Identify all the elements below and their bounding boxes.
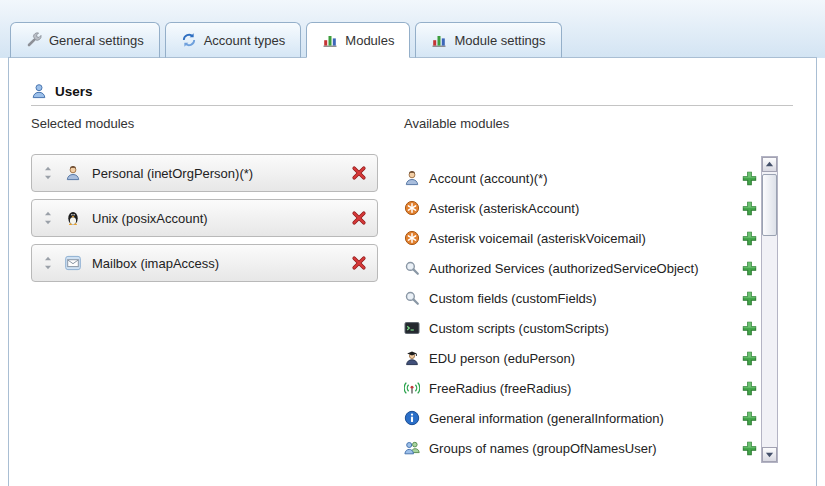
scrollbar-thumb[interactable] bbox=[762, 174, 777, 236]
groups-of-names-icon bbox=[404, 440, 420, 456]
selected-modules-list: Personal (inetOrgPerson)(*) Unix (posixA… bbox=[31, 154, 378, 289]
freeradius-icon bbox=[404, 380, 420, 396]
tab-bar: General settings Account types Modules M… bbox=[10, 0, 562, 58]
available-module-row: General information (generalInformation) bbox=[404, 403, 757, 433]
tab-general-settings[interactable]: General settings bbox=[10, 22, 160, 58]
tab-label: Modules bbox=[345, 33, 394, 48]
add-module-button[interactable] bbox=[742, 231, 757, 246]
module-label: General information (generalInformation) bbox=[429, 411, 664, 426]
module-label: Groups of names (groupOfNamesUser) bbox=[429, 441, 657, 456]
module-label: Unix (posixAccount) bbox=[92, 211, 208, 226]
add-module-button[interactable] bbox=[742, 411, 757, 426]
drag-handle-icon[interactable] bbox=[42, 166, 55, 180]
custom-fields-icon bbox=[404, 290, 420, 306]
general-information-icon bbox=[404, 410, 420, 426]
add-module-button[interactable] bbox=[742, 171, 757, 186]
mailbox-icon bbox=[65, 255, 81, 271]
module-label: Custom scripts (customScripts) bbox=[429, 321, 609, 336]
section-title: Users bbox=[55, 84, 93, 99]
tab-account-types[interactable]: Account types bbox=[165, 22, 302, 58]
edu-person-icon bbox=[404, 350, 420, 366]
available-module-row: Groups of names (groupOfNamesUser) bbox=[404, 433, 757, 463]
remove-module-button[interactable] bbox=[351, 165, 367, 181]
available-module-row: Custom scripts (customScripts) bbox=[404, 313, 757, 343]
available-module-row: Custom fields (customFields) bbox=[404, 283, 757, 313]
users-icon bbox=[31, 83, 47, 99]
module-label: Account (account)(*) bbox=[429, 171, 548, 186]
tab-label: Module settings bbox=[454, 33, 545, 48]
available-module-row: Account (account)(*) bbox=[404, 163, 757, 193]
unix-tux-icon bbox=[65, 210, 81, 226]
wrench-icon bbox=[26, 32, 42, 48]
module-label: Personal (inetOrgPerson)(*) bbox=[92, 166, 253, 181]
available-module-row: EDU person (eduPerson) bbox=[404, 343, 757, 373]
section-heading: Users bbox=[31, 83, 93, 99]
available-module-row: FreeRadius (freeRadius) bbox=[404, 373, 757, 403]
module-label: EDU person (eduPerson) bbox=[429, 351, 575, 366]
personal-icon bbox=[65, 165, 81, 181]
tab-label: General settings bbox=[49, 33, 144, 48]
add-module-button[interactable] bbox=[742, 321, 757, 336]
bar-chart-icon bbox=[322, 32, 338, 48]
available-module-row: Authorized Services (authorizedServiceOb… bbox=[404, 253, 757, 283]
tab-modules[interactable]: Modules bbox=[306, 22, 410, 58]
selected-modules-heading: Selected modules bbox=[31, 116, 134, 131]
selected-module-row: Mailbox (imapAccess) bbox=[31, 244, 378, 282]
sync-icon bbox=[181, 32, 197, 48]
selected-module-row: Personal (inetOrgPerson)(*) bbox=[31, 154, 378, 192]
remove-module-button[interactable] bbox=[351, 255, 367, 271]
available-module-row: Asterisk (asteriskAccount) bbox=[404, 193, 757, 223]
available-module-row: Asterisk voicemail (asteriskVoicemail) bbox=[404, 223, 757, 253]
divider bbox=[31, 105, 793, 106]
module-label: Custom fields (customFields) bbox=[429, 291, 597, 306]
available-modules-heading: Available modules bbox=[404, 116, 509, 131]
module-label: Asterisk voicemail (asteriskVoicemail) bbox=[429, 231, 646, 246]
tab-module-settings[interactable]: Module settings bbox=[415, 22, 561, 58]
module-label: FreeRadius (freeRadius) bbox=[429, 381, 571, 396]
asterisk-icon bbox=[404, 200, 420, 216]
tab-label: Account types bbox=[204, 33, 286, 48]
drag-handle-icon[interactable] bbox=[42, 211, 55, 225]
add-module-button[interactable] bbox=[742, 441, 757, 456]
selected-module-row: Unix (posixAccount) bbox=[31, 199, 378, 237]
top-background: General settings Account types Modules M… bbox=[0, 0, 825, 58]
drag-handle-icon[interactable] bbox=[42, 256, 55, 270]
add-module-button[interactable] bbox=[742, 201, 757, 216]
add-module-button[interactable] bbox=[742, 291, 757, 306]
module-label: Asterisk (asteriskAccount) bbox=[429, 201, 579, 216]
module-label: Mailbox (imapAccess) bbox=[92, 256, 219, 271]
bar-chart-icon bbox=[431, 32, 447, 48]
account-icon bbox=[404, 170, 420, 186]
scrollbar-up-button[interactable] bbox=[762, 157, 777, 172]
available-modules-list: Account (account)(*) Asterisk (asteriskA… bbox=[404, 163, 757, 463]
custom-scripts-icon bbox=[404, 320, 420, 336]
add-module-button[interactable] bbox=[742, 351, 757, 366]
asterisk-voicemail-icon bbox=[404, 230, 420, 246]
authorized-services-icon bbox=[404, 260, 420, 276]
add-module-button[interactable] bbox=[742, 261, 757, 276]
remove-module-button[interactable] bbox=[351, 210, 367, 226]
module-label: Authorized Services (authorizedServiceOb… bbox=[429, 261, 699, 276]
scrollbar-down-button[interactable] bbox=[762, 447, 777, 462]
content-panel: Users Selected modules Available modules… bbox=[8, 57, 817, 486]
add-module-button[interactable] bbox=[742, 381, 757, 396]
scrollbar[interactable] bbox=[761, 156, 778, 463]
